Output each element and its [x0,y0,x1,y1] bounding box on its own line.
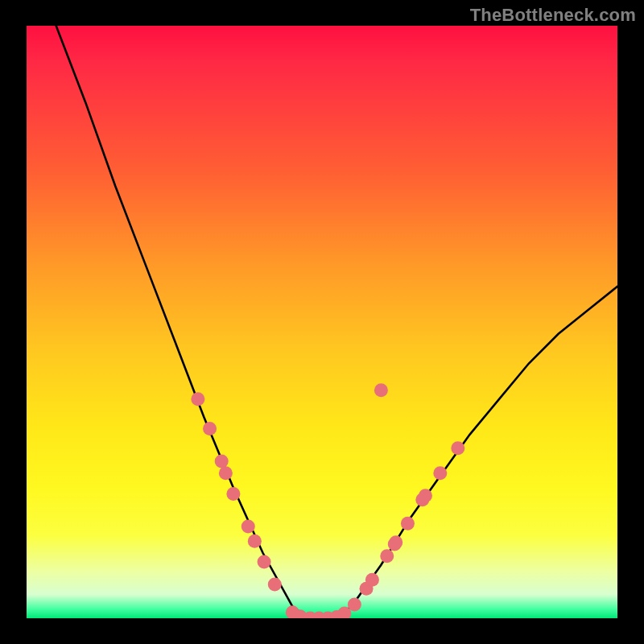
chart-marker [401,517,415,530]
chart-marker [258,555,271,569]
chart-marker [226,487,240,501]
chart-marker [219,466,233,480]
chart-marker [380,549,394,563]
chart-marker [242,519,255,533]
chart-marker [268,578,282,592]
chart-marker [248,535,262,548]
chart-marker [419,489,432,502]
chart-marker [389,535,402,549]
bottleneck-curve [56,26,617,618]
chart-marker [215,454,229,468]
chart-marker [365,573,379,587]
watermark-text: TheBottleneck.com [470,5,636,26]
chart-marker [451,441,464,455]
chart-marker [203,422,217,436]
chart-marker [374,383,388,397]
chart-overlay [27,26,617,618]
chart-markers [191,383,464,618]
chart-marker [348,598,361,612]
chart-marker [433,466,447,480]
chart-marker [191,392,204,406]
